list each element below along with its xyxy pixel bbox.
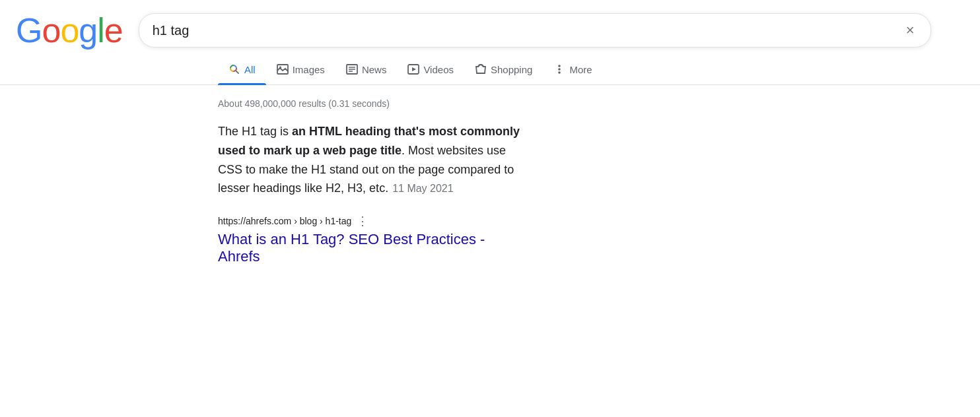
featured-snippet: The H1 tag is an HTML heading that's mos… [218,122,528,198]
logo-g: G [16,11,42,50]
logo-l: l [97,11,104,50]
clear-icon[interactable]: × [903,19,917,42]
tab-images-label: Images [293,64,325,75]
logo-g2: g [79,11,97,50]
shopping-icon [475,63,487,75]
search-bar: h1 tag × [139,13,931,48]
tab-news[interactable]: News [335,56,398,84]
tab-more[interactable]: More [543,55,602,84]
svg-point-15 [559,71,561,74]
logo-o2: o [60,11,79,50]
snippet-date: 11 May 2021 [392,183,454,194]
tab-all[interactable]: All [218,55,266,84]
header: Google h1 tag × [0,0,980,50]
main-content: About 498,000,000 results (0.31 seconds)… [0,85,528,265]
svg-marker-12 [412,67,416,71]
tab-images[interactable]: Images [266,56,335,84]
tab-shopping[interactable]: Shopping [464,55,543,84]
svg-line-4 [236,71,238,73]
snippet-text-normal-1: The H1 tag is [218,125,292,138]
svg-point-13 [559,65,561,67]
search-input[interactable]: h1 tag [153,23,903,38]
svg-point-6 [279,67,281,69]
search-result: https://ahrefs.com › blog › h1-tag ⋮ Wha… [218,214,528,265]
result-url: https://ahrefs.com › blog › h1-tag ⋮ [218,214,528,228]
tab-all-label: All [244,64,256,75]
news-icon [346,64,358,75]
more-dots-icon [553,63,565,75]
logo-o1: o [42,11,60,50]
search-icon [228,63,240,75]
tab-videos-label: Videos [423,64,454,75]
tab-more-label: More [569,64,592,75]
images-icon [277,64,289,75]
tabs-nav: All Images News [0,55,980,85]
tab-news-label: News [362,64,387,75]
tab-videos[interactable]: Videos [397,56,464,84]
google-logo[interactable]: Google [16,11,123,50]
logo-e: e [104,11,123,50]
results-count: About 498,000,000 results (0.31 seconds) [218,98,528,109]
videos-icon [407,64,419,75]
svg-point-14 [559,68,561,71]
result-title-link[interactable]: What is an H1 Tag? SEO Best Practices - … [218,231,528,265]
tab-shopping-label: Shopping [491,64,532,75]
result-menu-icon[interactable]: ⋮ [357,214,368,228]
result-breadcrumb: https://ahrefs.com › blog › h1-tag [218,216,351,226]
search-bar-wrapper: h1 tag × [139,13,931,48]
